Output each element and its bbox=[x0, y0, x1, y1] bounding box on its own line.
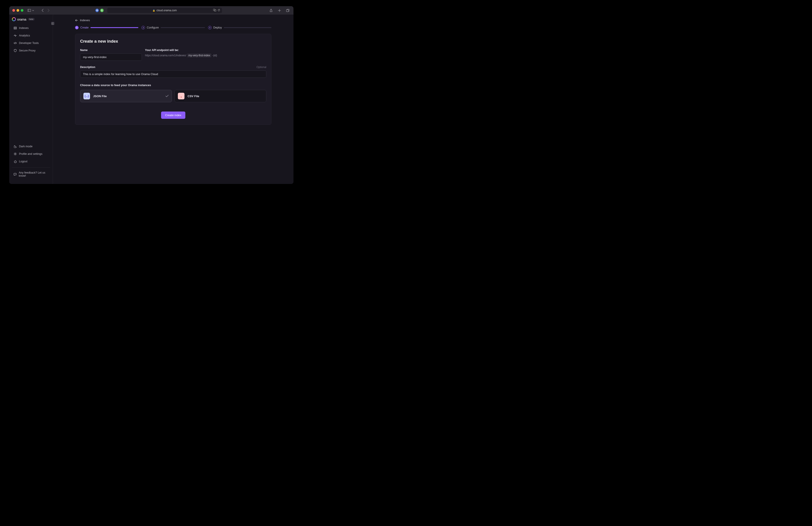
step-create: 1 Create bbox=[75, 26, 139, 29]
sidebar-item-label: Logout bbox=[19, 160, 27, 163]
check-icon bbox=[165, 94, 169, 98]
sidebar-item-label: Profile and settings bbox=[19, 152, 42, 155]
step-configure: 2 Configure bbox=[142, 26, 205, 29]
step-number: 3 bbox=[208, 26, 212, 29]
sidebar-item-indexes[interactable]: Indexes bbox=[9, 24, 53, 32]
sidebar: orama beta Indexes Analytics bbox=[9, 15, 53, 184]
source-csv-file[interactable]: , CSV File bbox=[175, 90, 266, 102]
arrow-left-icon bbox=[75, 19, 78, 22]
sidebar-item-label: Indexes bbox=[19, 27, 29, 30]
json-icon: {...} bbox=[83, 93, 90, 99]
url-bar[interactable]: 🔒 cloud.orama.com bbox=[107, 8, 222, 13]
brand-logo[interactable]: orama beta bbox=[9, 17, 53, 24]
divider bbox=[12, 167, 50, 168]
name-input[interactable] bbox=[80, 54, 142, 61]
stepper: 1 Create 2 Configure 3 Deploy bbox=[75, 26, 271, 29]
extension-1password-icon[interactable]: ⦿ bbox=[95, 9, 99, 12]
close-window-button[interactable] bbox=[12, 9, 15, 12]
moon-icon bbox=[14, 145, 17, 148]
step-bar bbox=[90, 27, 139, 28]
activity-icon bbox=[14, 34, 17, 37]
step-label: Configure bbox=[147, 26, 159, 29]
chevron-down-icon[interactable] bbox=[32, 8, 34, 13]
source-json-file[interactable]: {...} JSON File bbox=[80, 90, 172, 102]
back-button[interactable] bbox=[40, 8, 45, 13]
breadcrumb-back[interactable]: Indexes bbox=[75, 18, 271, 22]
minimize-window-button[interactable] bbox=[17, 9, 19, 12]
description-label: Description bbox=[80, 66, 95, 69]
translate-icon[interactable] bbox=[213, 9, 216, 12]
sidebar-item-label: Dark mode bbox=[19, 145, 32, 148]
reload-icon[interactable] bbox=[218, 9, 220, 12]
sidebar-item-feedback[interactable]: Any feedback? Let us know! bbox=[9, 169, 53, 180]
description-input[interactable] bbox=[80, 70, 266, 78]
api-prefix: https://cloud.orama.run/v1/indexes/ bbox=[145, 54, 186, 57]
api-slug: my-very-first-index bbox=[187, 54, 212, 57]
step-number: 1 bbox=[75, 26, 78, 29]
name-label: Name bbox=[80, 48, 142, 52]
svg-point-12 bbox=[15, 154, 16, 154]
brand-name: orama bbox=[17, 17, 26, 21]
sidebar-item-darkmode[interactable]: Dark mode bbox=[9, 143, 53, 150]
source-label: CSV File bbox=[188, 95, 199, 98]
browser-chrome: ⦿ G 🔒 cloud.orama.com bbox=[9, 6, 293, 15]
sidebar-item-settings[interactable]: Profile and settings bbox=[9, 150, 53, 158]
sidebar-item-label: Analytics bbox=[19, 34, 30, 37]
chat-icon bbox=[14, 173, 17, 176]
api-endpoint-label: Your API endpoint will be: bbox=[145, 48, 266, 52]
sidebar-item-analytics[interactable]: Analytics bbox=[9, 32, 53, 39]
data-source-label: Choose a data source to feed your Orama … bbox=[80, 84, 266, 87]
step-deploy: 3 Deploy bbox=[208, 26, 271, 29]
step-label: Create bbox=[80, 26, 89, 29]
step-label: Deploy bbox=[213, 26, 222, 29]
csv-icon: , bbox=[178, 93, 185, 99]
step-bar bbox=[224, 27, 271, 28]
sidebar-toggle-icon[interactable] bbox=[27, 8, 32, 13]
power-icon bbox=[14, 160, 17, 163]
new-tab-icon[interactable] bbox=[277, 8, 282, 13]
svg-rect-10 bbox=[14, 28, 17, 29]
sidebar-item-label: Developer Tools bbox=[19, 42, 39, 45]
code-icon bbox=[14, 42, 17, 45]
api-suffix: -{id} bbox=[212, 54, 217, 57]
create-index-card: Create a new index Name Your API endpoin… bbox=[75, 34, 271, 125]
gear-icon bbox=[14, 152, 17, 155]
sidebar-item-logout[interactable]: Logout bbox=[9, 158, 53, 165]
browser-window: ⦿ G 🔒 cloud.orama.com bbox=[9, 6, 293, 184]
forward-button[interactable] bbox=[46, 8, 51, 13]
shield-icon bbox=[14, 49, 17, 52]
sidebar-item-label: Any feedback? Let us know! bbox=[19, 171, 48, 177]
lock-icon: 🔒 bbox=[153, 9, 155, 12]
url-text: cloud.orama.com bbox=[157, 9, 177, 12]
sidebar-item-devtools[interactable]: Developer Tools bbox=[9, 39, 53, 47]
svg-rect-9 bbox=[14, 27, 17, 28]
step-bar bbox=[161, 27, 205, 28]
svg-rect-0 bbox=[28, 9, 31, 12]
main-content: Indexes 1 Create 2 Configure 3 Deploy bbox=[53, 15, 293, 184]
database-icon bbox=[14, 27, 17, 30]
source-label: JSON File bbox=[93, 95, 106, 98]
tabs-overview-icon[interactable] bbox=[285, 8, 290, 13]
beta-badge: beta bbox=[28, 18, 35, 20]
create-index-button[interactable]: Create index bbox=[161, 112, 185, 119]
svg-rect-6 bbox=[286, 10, 289, 12]
sidebar-collapse-button[interactable] bbox=[51, 22, 55, 25]
extension-grammarly-icon[interactable]: G bbox=[100, 9, 104, 12]
optional-label: Optional bbox=[257, 66, 266, 69]
svg-line-11 bbox=[15, 42, 15, 44]
breadcrumb-label: Indexes bbox=[80, 18, 90, 22]
logo-icon bbox=[12, 17, 16, 21]
sidebar-item-secureproxy[interactable]: Secure Proxy bbox=[9, 47, 53, 54]
step-number: 2 bbox=[142, 26, 145, 29]
share-icon[interactable] bbox=[268, 8, 274, 13]
api-endpoint-preview: https://cloud.orama.run/v1/indexes/ my-v… bbox=[145, 54, 266, 57]
traffic-lights bbox=[12, 9, 24, 12]
app-body: orama beta Indexes Analytics bbox=[9, 15, 293, 184]
svg-rect-7 bbox=[52, 23, 54, 24]
sidebar-item-label: Secure Proxy bbox=[19, 49, 35, 52]
card-title: Create a new index bbox=[80, 39, 266, 44]
maximize-window-button[interactable] bbox=[21, 9, 24, 12]
